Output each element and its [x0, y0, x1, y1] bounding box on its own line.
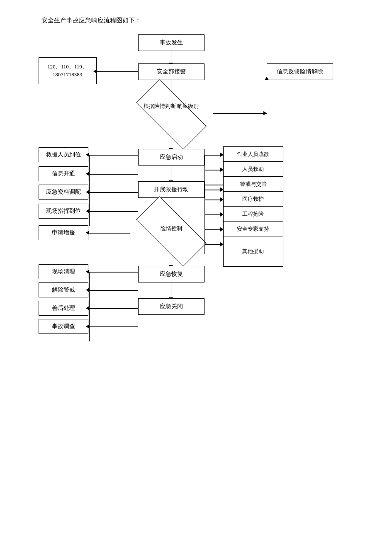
phone-box: 120、110、119、 18071718383: [39, 57, 97, 84]
supply-dispatch-box: 应急资料调配: [39, 185, 88, 200]
info-release-box: 信息反馈险情解除: [267, 63, 333, 80]
emergency-recover-box: 应急恢复: [138, 266, 205, 282]
evacuate-box: 作业人员疏散: [224, 147, 283, 162]
risk-control-diamond: 险情控制: [130, 213, 213, 250]
expert-box: 安全专家支持: [224, 222, 283, 236]
judge-diamond: 根据险情判断 响应级别: [130, 96, 213, 133]
emergency-close-box: 应急关闭: [138, 298, 205, 315]
site-clean-box: 现场清理: [39, 264, 88, 279]
command-arrive-box: 现场指挥到位: [39, 204, 88, 219]
engineering-box: 工程抢险: [224, 207, 283, 222]
request-reinforce-box: 申请增援: [39, 225, 88, 240]
info-open-box: 信息开通: [39, 166, 88, 181]
intro-text: 安全生产事故应急响应流程图如下：: [41, 17, 367, 24]
rescue-people-box: 人员救助: [224, 162, 283, 177]
followup-box: 善后处理: [39, 301, 88, 316]
lift-alert-box: 解除警戒: [39, 282, 88, 297]
rescue-action-box: 开展救援行动: [138, 181, 205, 198]
medical-box: 医疗救护: [224, 192, 283, 207]
accident-box: 事故发生: [138, 34, 205, 51]
emergency-start-box: 应急启动: [138, 149, 205, 166]
flowchart: 事故发生 安全部接警 信息反馈险情解除 120、110、119、 1807171…: [26, 34, 366, 416]
investigate-box: 事故调查: [39, 319, 88, 334]
other-aid-box: 其他援助: [224, 236, 283, 266]
alarm-box: 安全部接警: [138, 63, 205, 80]
rescue-arrive-box: 救援人员到位: [39, 147, 88, 162]
traffic-box: 警戒与交管: [224, 177, 283, 192]
